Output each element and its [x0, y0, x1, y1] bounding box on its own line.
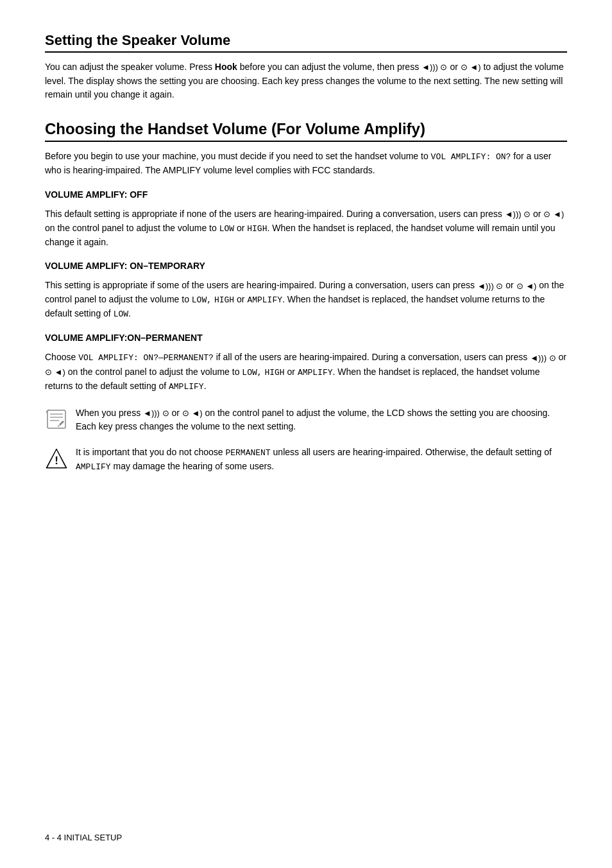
sub1-or: or [533, 209, 543, 219]
sub1-low-code: LOW [219, 224, 234, 234]
sub3-amplify2-code: AMPLIFY [169, 382, 204, 392]
sub3-speaker-dec-icon: ◄))) ⊙ [530, 352, 556, 365]
vol-amplify-code: VOL AMPLIFY: ON? [431, 152, 511, 162]
sub2-title: VOLUME AMPLIFY: ON–TEMPORARY [45, 261, 567, 271]
note-or: or [171, 408, 182, 418]
sub2-speaker-dec-icon: ◄))) ⊙ [477, 280, 503, 293]
footer-text: 4 - 4 INITIAL SETUP [45, 833, 122, 842]
sub3-title: VOLUME AMPLIFY:ON–PERMANENT [45, 333, 567, 343]
sub1-body: This default setting is appropriate if n… [45, 207, 567, 250]
note-icon [45, 408, 68, 431]
sub3-vol-code: VOL AMPLIFY: ON?—PERMANENT? [78, 353, 214, 363]
sub1-speaker-inc-icon: ⊙ ◄) [543, 208, 564, 221]
note-speaker-inc-icon: ⊙ ◄) [182, 407, 203, 420]
speaker-increase-icon: ⊙ ◄) [461, 61, 481, 74]
sub1-high-code: HIGH [247, 224, 267, 234]
svg-text:!: ! [55, 455, 58, 467]
section1-title: Setting the Speaker Volume [45, 32, 567, 53]
note-speaker-dec-icon: ◄))) ⊙ [143, 407, 169, 420]
sub2-low-code: LOW, [192, 295, 212, 305]
speaker-decrease-icon: ◄))) ⊙ [421, 61, 447, 74]
note-box: When you press ◄))) ⊙ or ⊙ ◄) on the con… [45, 406, 567, 434]
sub2-or: or [506, 280, 516, 290]
section2-intro: Before you begin to use your machine, yo… [45, 150, 567, 178]
warning-icon: ! [45, 447, 68, 470]
hook-bold: Hook [215, 62, 237, 72]
sub3-or: or [559, 352, 566, 362]
sub1-title: VOLUME AMPLIFY: OFF [45, 189, 567, 200]
warning-text: It is important that you do not choose P… [76, 446, 567, 474]
sub3-low-code: LOW, [242, 368, 262, 378]
or-text-1: or [450, 62, 460, 72]
sub2-body: This setting is appropriate if some of t… [45, 279, 567, 321]
warning-permanent-code: PERMANENT [225, 448, 270, 458]
note-text: When you press ◄))) ⊙ or ⊙ ◄) on the con… [76, 406, 567, 434]
section1-body: You can adjust the speaker volume. Press… [45, 60, 567, 102]
sub3-speaker-inc-icon: ⊙ ◄) [45, 366, 65, 379]
page: Setting the Speaker Volume You can adjus… [0, 0, 612, 868]
section2-title: Choosing the Handset Volume (For Volume … [45, 120, 567, 142]
warning-amplify-code: AMPLIFY [76, 462, 111, 472]
warning-box: ! It is important that you do not choose… [45, 446, 567, 474]
sub2-low2-code: LOW [114, 309, 128, 319]
svg-rect-0 [47, 410, 65, 428]
footer: 4 - 4 INITIAL SETUP [45, 833, 122, 842]
sub2-high-code: HIGH [214, 295, 234, 305]
sub3-body: Choose VOL AMPLIFY: ON?—PERMANENT? if al… [45, 351, 567, 393]
sub2-amplify-code: AMPLIFY [247, 295, 282, 305]
sub3-high-code: HIGH [264, 368, 284, 378]
sub3-amplify-code: AMPLIFY [298, 368, 333, 378]
sub1-speaker-dec-icon: ◄))) ⊙ [505, 208, 531, 221]
sub2-speaker-inc-icon: ⊙ ◄) [516, 280, 537, 293]
